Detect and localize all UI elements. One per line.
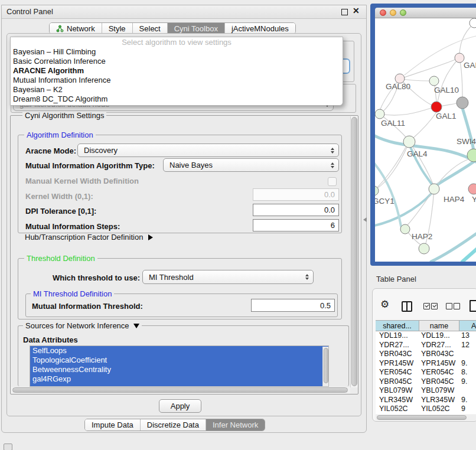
table-horizontal-scrollbar[interactable] <box>376 415 476 420</box>
sources-group-title-row[interactable]: Sources for Network Inference <box>23 321 142 330</box>
deselect-all-check-icon[interactable] <box>446 303 452 309</box>
network-canvas[interactable]: GALGAL80GAL10GAL1GAL11GAL4SWI4GCY1HAP4YH… <box>375 18 476 262</box>
network-edge[interactable] <box>412 112 436 139</box>
dpi-tolerance-field[interactable]: 0.0 <box>253 204 339 216</box>
algorithm-dropdown-item[interactable]: Bayesian – Hill Climbing <box>11 47 343 57</box>
table-cell[interactable]: YBL079W <box>419 386 459 396</box>
network-node[interactable] <box>429 76 439 86</box>
network-node[interactable] <box>455 53 464 63</box>
network-edge[interactable] <box>376 142 409 189</box>
network-node[interactable] <box>375 109 384 119</box>
settings-horizontal-scrollbar-thumb[interactable] <box>12 387 348 393</box>
window-zoom-icon[interactable] <box>400 9 406 16</box>
tab-select[interactable]: Select <box>132 23 167 34</box>
select-all-check-icon[interactable] <box>423 303 430 309</box>
column-header-name[interactable]: name <box>419 321 459 331</box>
table-cell[interactable]: YLR345W <box>376 396 419 405</box>
data-attribute-item[interactable]: TopologicalCoefficient <box>30 356 328 365</box>
network-node[interactable] <box>429 184 439 194</box>
kernel-width-field[interactable]: 0.0 <box>253 188 339 201</box>
select-all-check-icon[interactable] <box>431 303 438 309</box>
table-cell[interactable]: 9 <box>459 405 476 414</box>
table-row[interactable]: YLR345WYLR345W9. <box>376 396 476 405</box>
mi-steps-field[interactable]: 6 <box>253 219 339 231</box>
tab-network[interactable]: Network <box>50 23 102 34</box>
tab-style[interactable]: Style <box>102 23 132 34</box>
network-node[interactable] <box>431 102 442 112</box>
data-attribute-item[interactable]: BetweennessCentrality <box>30 365 328 374</box>
hub-expander[interactable]: Hub/Transcription Factor Definition <box>25 233 153 242</box>
attributes-scrollbar-thumb[interactable] <box>324 348 328 383</box>
tab-discretize-data[interactable]: Discretize Data <box>140 419 206 431</box>
attributes-scrollbar[interactable] <box>322 347 329 387</box>
network-node[interactable] <box>457 97 468 109</box>
table-cell[interactable]: 9. <box>459 377 476 387</box>
window-minimize-icon[interactable] <box>390 9 396 16</box>
table-cell[interactable]: YIL052C <box>376 405 419 414</box>
apply-button[interactable]: Apply <box>159 399 201 413</box>
manual-kernel-checkbox[interactable] <box>328 177 337 186</box>
close-icon[interactable]: ✕ <box>353 6 360 15</box>
network-edge[interactable] <box>459 23 474 53</box>
table-row[interactable]: YDR27...YDR27...12 <box>376 341 476 350</box>
tab-jactivemnodules[interactable]: jActiveMNodules <box>224 23 295 34</box>
algorithm-dropdown-item[interactable]: Bayesian – K2 <box>11 85 343 94</box>
algorithm-dropdown-item[interactable]: Dream8 DC_TDC Algorithm <box>11 94 343 104</box>
data-attribute-item[interactable]: SelfLoops <box>30 346 328 356</box>
table-row[interactable]: YBR043CYBR043C <box>376 350 476 359</box>
table-cell[interactable]: 12 <box>459 341 476 350</box>
table-row[interactable]: YPR145WYPR145W9. <box>376 359 476 369</box>
settings-horizontal-scrollbar[interactable] <box>11 387 350 394</box>
table-cell[interactable]: YER054C <box>376 368 419 377</box>
tab-impute-data[interactable]: Impute Data <box>85 419 140 431</box>
network-edge[interactable] <box>438 58 459 102</box>
mi-type-combobox[interactable]: Naive Bayes <box>163 158 339 172</box>
float-panel-icon[interactable] <box>341 9 348 15</box>
network-node[interactable] <box>468 184 476 194</box>
network-node[interactable] <box>403 136 415 148</box>
window-close-icon[interactable] <box>380 9 386 16</box>
table-cell[interactable]: YIL052C <box>419 405 459 414</box>
network-node[interactable] <box>470 18 476 28</box>
data-attribute-item[interactable]: gal4RGexp <box>30 374 328 384</box>
table-row[interactable]: YIL052CYIL052C9 <box>376 405 476 414</box>
network-edge[interactable] <box>459 58 462 97</box>
table-cell[interactable]: YDL19... <box>376 331 419 341</box>
column-header-partial[interactable]: A <box>459 321 476 331</box>
table-cell[interactable] <box>459 350 476 359</box>
table-settings-gear-icon[interactable]: ⚙ <box>380 299 389 309</box>
table-cell[interactable]: YLR345W <box>419 396 459 405</box>
network-node[interactable] <box>419 243 429 254</box>
network-edge[interactable] <box>380 108 431 115</box>
table-cell[interactable]: YER054C <box>419 368 459 377</box>
data-attributes-list[interactable]: SelfLoopsTopologicalCoefficientBetweenne… <box>30 345 329 387</box>
aracne-mode-combobox[interactable]: Discovery <box>77 144 339 157</box>
algorithm-dropdown-item[interactable]: ARACNE Algorithm <box>11 66 343 76</box>
table-cell[interactable]: YDL19... <box>419 331 459 341</box>
table-cell[interactable] <box>459 386 476 396</box>
table-body[interactable]: YDL19...YDL19...13YDR27...YDR27...12YBR0… <box>376 331 476 414</box>
table-cell[interactable]: YPR145W <box>419 359 459 369</box>
table-cell[interactable]: YBR043C <box>419 350 459 359</box>
table-cell[interactable]: YPR145W <box>376 359 419 369</box>
tab-infer-network[interactable]: Infer Network <box>206 419 265 431</box>
network-edge[interactable] <box>375 160 401 226</box>
mi-threshold-field[interactable]: 0.5 <box>251 299 335 312</box>
algorithm-dropdown-item[interactable]: Basic Correlation Inference <box>11 57 343 66</box>
table-cell[interactable]: YDR27... <box>419 341 459 350</box>
table-cell[interactable]: YBR045C <box>376 377 419 387</box>
which-threshold-combobox[interactable]: MI Threshold <box>142 270 314 284</box>
table-cell[interactable]: 13 <box>459 331 476 341</box>
network-view-window[interactable]: GALGAL80GAL10GAL1GAL11GAL4SWI4GCY1HAP4YH… <box>370 4 476 266</box>
settings-vertical-scrollbar[interactable] <box>350 116 358 387</box>
network-edge[interactable] <box>462 249 476 262</box>
network-node[interactable] <box>467 149 476 162</box>
table-cell[interactable]: YBR043C <box>376 350 419 359</box>
column-header-shared-name[interactable]: shared... <box>376 321 419 331</box>
network-edge[interactable] <box>435 162 474 187</box>
table-row[interactable]: YBR045CYBR045C9. <box>376 377 476 387</box>
table-cell[interactable]: 8. <box>459 368 476 377</box>
algorithm-dropdown-item[interactable]: Mutual Information Inference <box>11 76 343 85</box>
panel-collapse-icon[interactable] <box>363 217 367 222</box>
deselect-all-check-icon[interactable] <box>454 303 460 309</box>
